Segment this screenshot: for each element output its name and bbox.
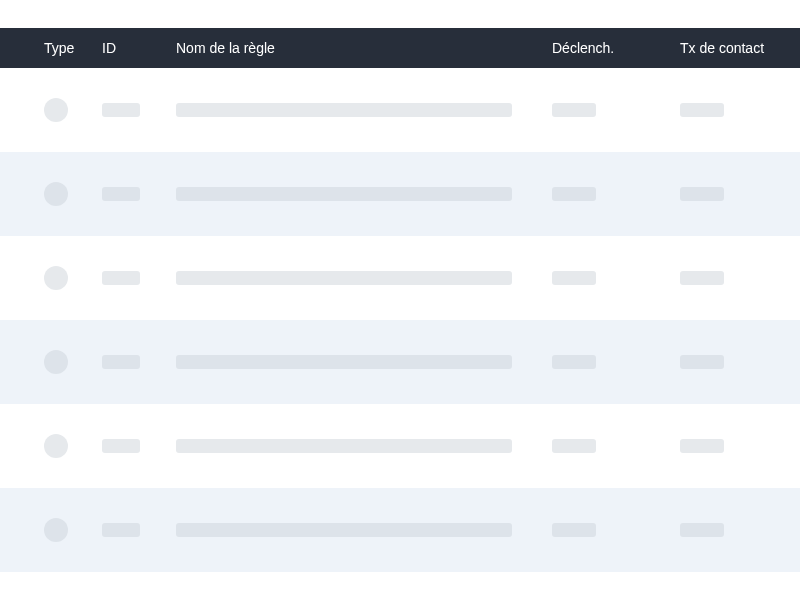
cell-name xyxy=(176,271,552,285)
cell-type xyxy=(44,350,102,374)
cell-id xyxy=(102,271,176,285)
table-row[interactable] xyxy=(0,236,800,320)
skeleton-contact xyxy=(680,271,724,285)
table-row[interactable] xyxy=(0,488,800,572)
skeleton-trigger xyxy=(552,439,596,453)
cell-trigger xyxy=(552,439,680,453)
cell-contact xyxy=(680,187,780,201)
skeleton-trigger xyxy=(552,271,596,285)
skeleton-trigger xyxy=(552,355,596,369)
column-header-id[interactable]: ID xyxy=(102,40,176,56)
cell-contact xyxy=(680,271,780,285)
skeleton-name xyxy=(176,103,512,117)
skeleton-id xyxy=(102,439,140,453)
skeleton-type-icon xyxy=(44,350,68,374)
table-row[interactable] xyxy=(0,404,800,488)
cell-name xyxy=(176,355,552,369)
cell-trigger xyxy=(552,271,680,285)
cell-id xyxy=(102,355,176,369)
cell-name xyxy=(176,439,552,453)
skeleton-type-icon xyxy=(44,182,68,206)
column-header-type[interactable]: Type xyxy=(44,40,102,56)
skeleton-trigger xyxy=(552,523,596,537)
cell-id xyxy=(102,187,176,201)
cell-id xyxy=(102,103,176,117)
skeleton-name xyxy=(176,271,512,285)
skeleton-id xyxy=(102,271,140,285)
cell-contact xyxy=(680,103,780,117)
cell-trigger xyxy=(552,523,680,537)
skeleton-name xyxy=(176,187,512,201)
skeleton-id xyxy=(102,355,140,369)
skeleton-id xyxy=(102,103,140,117)
cell-trigger xyxy=(552,187,680,201)
skeleton-name xyxy=(176,439,512,453)
rules-table: Type ID Nom de la règle Déclench. Tx de … xyxy=(0,0,800,572)
skeleton-type-icon xyxy=(44,518,68,542)
cell-type xyxy=(44,182,102,206)
cell-type xyxy=(44,98,102,122)
cell-name xyxy=(176,187,552,201)
skeleton-contact xyxy=(680,103,724,117)
cell-type xyxy=(44,266,102,290)
skeleton-type-icon xyxy=(44,266,68,290)
cell-type xyxy=(44,434,102,458)
cell-type xyxy=(44,518,102,542)
cell-trigger xyxy=(552,103,680,117)
skeleton-name xyxy=(176,523,512,537)
skeleton-contact xyxy=(680,523,724,537)
skeleton-id xyxy=(102,523,140,537)
cell-contact xyxy=(680,523,780,537)
cell-name xyxy=(176,103,552,117)
skeleton-trigger xyxy=(552,187,596,201)
skeleton-contact xyxy=(680,187,724,201)
skeleton-id xyxy=(102,187,140,201)
table-header: Type ID Nom de la règle Déclench. Tx de … xyxy=(0,28,800,68)
table-row[interactable] xyxy=(0,68,800,152)
column-header-name[interactable]: Nom de la règle xyxy=(176,40,552,56)
cell-name xyxy=(176,523,552,537)
skeleton-type-icon xyxy=(44,98,68,122)
column-header-contact[interactable]: Tx de contact xyxy=(680,40,780,56)
cell-id xyxy=(102,439,176,453)
column-header-trigger[interactable]: Déclench. xyxy=(552,40,680,56)
table-body xyxy=(0,68,800,572)
skeleton-type-icon xyxy=(44,434,68,458)
skeleton-trigger xyxy=(552,103,596,117)
table-row[interactable] xyxy=(0,152,800,236)
skeleton-name xyxy=(176,355,512,369)
skeleton-contact xyxy=(680,355,724,369)
skeleton-contact xyxy=(680,439,724,453)
table-row[interactable] xyxy=(0,320,800,404)
cell-contact xyxy=(680,439,780,453)
cell-id xyxy=(102,523,176,537)
cell-contact xyxy=(680,355,780,369)
cell-trigger xyxy=(552,355,680,369)
